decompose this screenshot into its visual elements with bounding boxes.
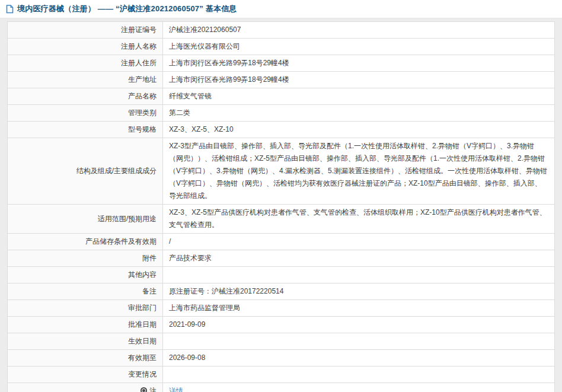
row-label: 注册人名称 (8, 39, 163, 55)
row-value-text: 上海市闵行区春光路99弄18号29幢4楼 (169, 59, 289, 67)
row-value: 产品技术要求 (163, 250, 555, 267)
table-row: 产品储存条件及有效期/ (8, 234, 555, 250)
row-label-text: 注册证编号 (121, 26, 157, 34)
row-value: 上海市闵行区春光路99弄18号29幢4楼 (163, 55, 555, 72)
row-value-text: XZ-3、XZ-5型产品供医疗机构对患者作气管、支气管的检查、活体组织取样用；X… (169, 208, 547, 229)
row-value: 2021-09-09 (163, 317, 555, 333)
row-label: 适用范围/预期用途 (8, 205, 163, 234)
row-label: 变更情况 (8, 366, 163, 383)
row-value-text: 产品技术要求 (169, 254, 212, 262)
row-label-text: 产品名称 (128, 92, 157, 100)
note-icon (140, 387, 147, 392)
info-table: 注册证编号沪械注准20212060507注册人名称上海医光仪器有限公司注册人住所… (7, 21, 555, 392)
row-value: 原注册证号：沪械注准20172220514 (163, 283, 555, 300)
row-label: 生效日期 (8, 333, 163, 350)
row-label: 其他内容 (8, 267, 163, 283)
table-row: 生产地址上海市闵行区春光路99弄18号29幢4楼 (8, 72, 555, 88)
row-label-text: 审批部门 (128, 304, 157, 312)
row-value-text: 上海市药品监督管理局 (169, 304, 240, 312)
row-label: 附件 (8, 250, 163, 267)
table-row: 注册人住所上海市闵行区春光路99弄18号29幢4楼 (8, 55, 555, 72)
row-label-text: 其他内容 (128, 270, 157, 279)
row-value: 详情 (163, 383, 555, 392)
page-header: 境内医疗器械（注册） —— “沪械注准20212060507” 基本信息 (0, 0, 562, 18)
row-label: 备注 (8, 283, 163, 300)
row-value: XZ-3、XZ-5型产品供医疗机构对患者作气管、支气管的检查、活体组织取样用；X… (163, 205, 555, 234)
row-value-text: 2026-09-08 (169, 353, 205, 362)
table-row: 其他内容 (8, 267, 555, 283)
row-label: 管理类别 (8, 105, 163, 122)
row-label: 生产地址 (8, 72, 163, 88)
document-icon (6, 5, 14, 14)
row-label-text: 变更情况 (128, 370, 157, 378)
row-label-text: 注 (149, 387, 157, 392)
row-label-text: 管理类别 (128, 109, 157, 117)
row-value: 纤维支气管镜 (163, 88, 555, 105)
row-label: 有效期至 (8, 350, 163, 366)
table-row: 结构及组成/主要组成成分XZ-3型产品由目镜部、操作部、插入部、导光部及配件（1… (8, 138, 555, 205)
row-label: 注册证编号 (8, 22, 163, 39)
table-row: 有效期至2026-09-08 (8, 350, 555, 366)
table-row: 生效日期 (8, 333, 555, 350)
table-row: 审批部门上海市药品监督管理局 (8, 300, 555, 317)
table-row: 适用范围/预期用途XZ-3、XZ-5型产品供医疗机构对患者作气管、支气管的检查、… (8, 205, 555, 234)
row-label-text: 型号规格 (128, 125, 157, 133)
row-label-text: 注册人名称 (121, 42, 157, 50)
row-value-text: 上海医光仪器有限公司 (169, 42, 240, 50)
table-row: 批准日期2021-09-09 (8, 317, 555, 333)
row-value: 上海市药品监督管理局 (163, 300, 555, 317)
row-label-text: 结构及组成/主要组成成分 (76, 167, 157, 175)
row-value-text: 沪械注准20212060507 (169, 26, 241, 34)
page-title: 境内医疗器械（注册） —— “沪械注准20212060507” 基本信息 (17, 4, 237, 14)
row-value: XZ-3、XZ-5、XZ-10 (163, 122, 555, 138)
row-value: / (163, 234, 555, 250)
row-value: 上海医光仪器有限公司 (163, 39, 555, 55)
row-value: 上海市闵行区春光路99弄18号29幢4楼 (163, 72, 555, 88)
row-label: 注册人住所 (8, 55, 163, 72)
row-value-text: 原注册证号：沪械注准20172220514 (169, 287, 283, 295)
row-label: 审批部门 (8, 300, 163, 317)
row-value (163, 366, 555, 383)
table-row: 型号规格XZ-3、XZ-5、XZ-10 (8, 122, 555, 138)
row-label-text: 产品储存条件及有效期 (85, 237, 157, 246)
row-value-text: 2021-09-09 (169, 320, 205, 329)
row-value (163, 267, 555, 283)
row-value-text: 纤维支气管镜 (169, 92, 212, 100)
row-label: 批准日期 (8, 317, 163, 333)
table-row: 变更情况 (8, 366, 555, 383)
row-value: 沪械注准20212060507 (163, 22, 555, 39)
table-row: 注详情 (8, 383, 555, 392)
table-row: 注册人名称上海医光仪器有限公司 (8, 39, 555, 55)
table-row: 管理类别第二类 (8, 105, 555, 122)
info-table-body: 注册证编号沪械注准20212060507注册人名称上海医光仪器有限公司注册人住所… (8, 22, 555, 392)
row-label: 产品名称 (8, 88, 163, 105)
row-value (163, 333, 555, 350)
detail-link[interactable]: 详情 (169, 387, 183, 392)
row-value: XZ-3型产品由目镜部、操作部、插入部、导光部及配件（1.一次性使用活体取样钳、… (163, 138, 555, 205)
row-label-text: 有效期至 (128, 353, 157, 362)
row-value-text: XZ-3型产品由目镜部、操作部、插入部、导光部及配件（1.一次性使用活体取样钳、… (169, 142, 547, 200)
row-label-text: 批准日期 (128, 320, 157, 329)
info-panel: 注册证编号沪械注准20212060507注册人名称上海医光仪器有限公司注册人住所… (7, 21, 555, 392)
table-row: 产品名称纤维支气管镜 (8, 88, 555, 105)
row-value-text: XZ-3、XZ-5、XZ-10 (169, 125, 234, 133)
row-value-text: 第二类 (169, 109, 190, 117)
row-label: 注 (8, 383, 163, 392)
row-value-text: 上海市闵行区春光路99弄18号29幢4楼 (169, 75, 289, 84)
row-label-text: 附件 (142, 254, 157, 262)
row-label-text: 注册人住所 (121, 59, 157, 67)
row-label-text: 生产地址 (128, 75, 157, 84)
table-row: 备注原注册证号：沪械注准20172220514 (8, 283, 555, 300)
table-row: 附件产品技术要求 (8, 250, 555, 267)
row-label-text: 生效日期 (128, 337, 157, 345)
table-row: 注册证编号沪械注准20212060507 (8, 22, 555, 39)
row-label: 产品储存条件及有效期 (8, 234, 163, 250)
row-label: 型号规格 (8, 122, 163, 138)
row-label-text: 备注 (142, 287, 157, 295)
row-value-text: / (169, 237, 171, 246)
row-label: 结构及组成/主要组成成分 (8, 138, 163, 205)
row-value: 第二类 (163, 105, 555, 122)
row-label-text: 适用范围/预期用途 (98, 215, 157, 223)
row-value: 2026-09-08 (163, 350, 555, 366)
